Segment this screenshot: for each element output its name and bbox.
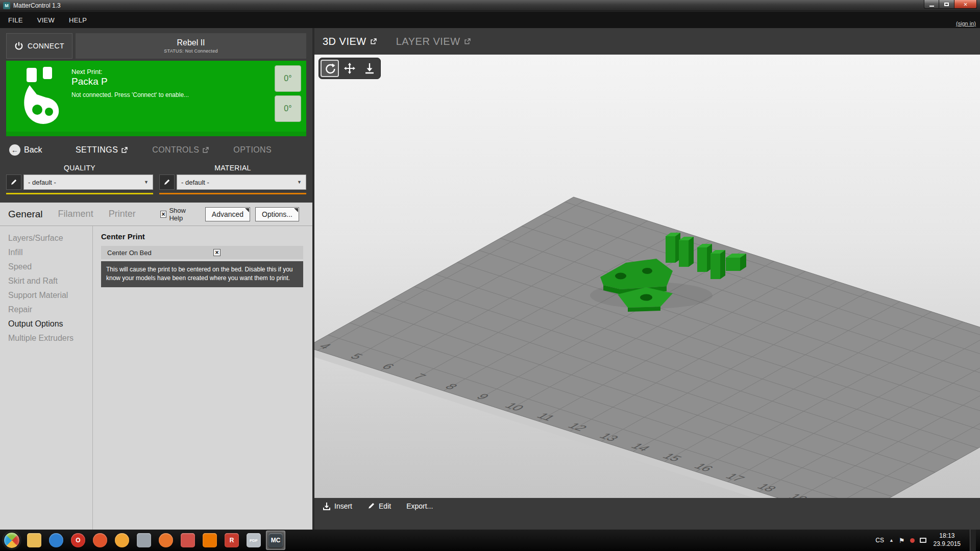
sidebar-item-infill[interactable]: Infill [0, 245, 92, 260]
hidden-icons-button[interactable]: ▲ [889, 538, 894, 543]
edit-material-button[interactable] [159, 174, 175, 190]
start-button[interactable] [3, 532, 20, 549]
center-on-bed-checkbox[interactable]: × [213, 249, 220, 256]
insert-label: Insert [334, 502, 352, 510]
sidebar-item-speed[interactable]: Speed [0, 260, 92, 274]
minimize-button[interactable] [924, 0, 939, 9]
edit-quality-button[interactable] [6, 174, 21, 190]
rotate-tool-button[interactable] [321, 60, 339, 77]
edit-label: Edit [379, 502, 391, 510]
mattercontrol-icon: MC [268, 533, 283, 547]
printer-status: STATUS: Not Connected [164, 48, 218, 54]
network-icon[interactable] [920, 538, 926, 543]
language-indicator[interactable]: CS [875, 537, 884, 544]
menu-file[interactable]: FILE [8, 16, 23, 24]
tab-printer[interactable]: Printer [109, 209, 136, 219]
progress-strip [6, 132, 306, 136]
panel-nav: ← Back SETTINGS CONTROLS [0, 138, 312, 162]
view-toolbar [318, 58, 381, 79]
tab-options[interactable]: OPTIONS [233, 145, 272, 155]
advanced-button[interactable]: Advanced [205, 207, 250, 221]
browser-icon [93, 533, 107, 547]
sign-in-link[interactable]: (sign in) [956, 20, 976, 27]
taskbar-icon-blender[interactable] [200, 531, 219, 550]
settings-section: General Filament Printer × Show Help Adv… [0, 203, 312, 530]
sidebar-item-support-material[interactable]: Support Material [0, 288, 92, 303]
extruder-temp-indicator[interactable]: 0° [275, 65, 301, 92]
tab-general[interactable]: General [8, 209, 43, 220]
action-center-icon[interactable]: ⚑ [899, 537, 905, 544]
show-help-toggle[interactable]: × Show Help [160, 207, 198, 222]
explorer-icon [27, 533, 41, 547]
taskbar-icons: ORPDFMC [24, 531, 285, 550]
taskbar-icon-firefox[interactable] [156, 531, 176, 550]
back-button[interactable]: ← Back [9, 144, 76, 156]
taskbar-icon-save-tool[interactable] [178, 531, 198, 550]
tab-filament[interactable]: Filament [58, 209, 93, 219]
show-help-checkbox[interactable]: × [160, 211, 167, 218]
clock-date: 23.9.2015 [934, 540, 961, 548]
connect-row: CONNECT Rebel II STATUS: Not Connected [6, 33, 306, 59]
maximize-button[interactable] [939, 0, 954, 9]
settings-sidebar-list: Layers/SurfaceInfillSpeedSkirt and RaftS… [0, 226, 93, 530]
close-button[interactable]: × [954, 0, 977, 9]
export-button[interactable]: Export... [406, 502, 433, 510]
taskbar-icon-explorer[interactable] [24, 531, 44, 550]
back-arrow-icon: ← [9, 144, 20, 156]
material-dropdown[interactable]: - default - ▼ [177, 174, 306, 190]
taskbar-icon-photo-tool[interactable] [112, 531, 132, 550]
tab-layer-view[interactable]: LAYER VIEW [396, 36, 471, 47]
show-desktop-button[interactable] [970, 530, 976, 551]
quality-dropdown[interactable]: - default - ▼ [23, 174, 153, 190]
minimize-icon [929, 6, 934, 7]
viewport-3d[interactable]: 4567891011121314151617181920 [314, 55, 980, 514]
external-link-icon [202, 147, 209, 154]
taskbar-icon-media-player[interactable] [46, 531, 66, 550]
sidebar-item-skirt-and-raft[interactable]: Skirt and Raft [0, 274, 92, 288]
taskbar-icon-opera[interactable]: O [68, 531, 88, 550]
sidebar-item-multiple-extruders[interactable]: Multiple Extruders [0, 331, 92, 345]
settings-tab-label: SETTINGS [76, 145, 118, 155]
sidebar-item-layers-surface[interactable]: Layers/Surface [0, 231, 92, 245]
dropdown-arrow-icon: ▼ [297, 180, 302, 185]
menu-view[interactable]: VIEW [37, 16, 55, 24]
insert-button[interactable]: Insert [323, 502, 352, 510]
taskbar-icon-r-app[interactable]: R [222, 531, 241, 550]
main-content: CONNECT Rebel II STATUS: Not Connected [0, 28, 980, 530]
maximize-icon [944, 3, 949, 6]
power-icon [14, 41, 23, 51]
drop-arrow-icon [364, 63, 375, 74]
taskbar-icon-browser[interactable] [90, 531, 110, 550]
tab-settings[interactable]: SETTINGS [76, 145, 128, 155]
update-notification-icon[interactable] [910, 538, 915, 543]
taskbar-icon-mattercontrol[interactable]: MC [266, 531, 285, 550]
print-scene[interactable]: 4567891011121314151617181920 [314, 55, 980, 514]
connect-label: CONNECT [28, 42, 64, 50]
save-tool-icon [181, 533, 195, 547]
connect-button[interactable]: CONNECT [6, 33, 72, 59]
bed-temp-indicator[interactable]: 0° [275, 95, 301, 122]
menubar: FILE VIEW HELP (sign in) [0, 12, 980, 28]
taskbar-clock[interactable]: 18:13 23.9.2015 [934, 532, 961, 548]
move-tool-button[interactable] [340, 60, 359, 77]
usb-device-icon [137, 533, 151, 547]
edit-button[interactable]: Edit [368, 502, 391, 510]
pencil-icon [163, 179, 170, 186]
move-icon [344, 63, 355, 74]
tab-3d-view[interactable]: 3D VIEW [323, 36, 377, 47]
printer-selector[interactable]: Rebel II STATUS: Not Connected [76, 33, 306, 59]
media-player-icon [49, 533, 63, 547]
taskbar-icon-pdf-creator[interactable]: PDF [244, 531, 263, 550]
menu-help[interactable]: HELP [69, 16, 87, 24]
back-label: Back [24, 145, 42, 155]
taskbar-icon-usb-device[interactable] [134, 531, 154, 550]
rotate-icon [324, 63, 335, 74]
tab-controls[interactable]: CONTROLS [152, 145, 209, 155]
control-panel: CONNECT Rebel II STATUS: Not Connected [0, 28, 312, 530]
sidebar-item-repair[interactable]: Repair [0, 303, 92, 317]
sidebar-item-output-options[interactable]: Output Options [0, 317, 92, 331]
titlebar: M MatterControl 1.3 × [0, 0, 980, 11]
drop-to-bed-tool-button[interactable] [360, 60, 379, 77]
settings-tabs-row: General Filament Printer × Show Help Adv… [0, 203, 312, 226]
options-button[interactable]: Options... [255, 207, 299, 221]
